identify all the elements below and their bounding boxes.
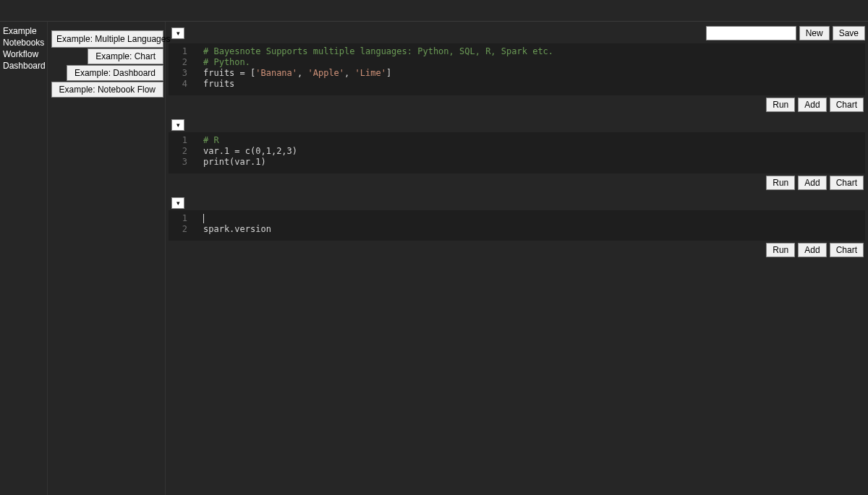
code-cell: ▾123# Rvar.1 = c(0,1,2,3)print(var.1)Run… — [169, 118, 865, 190]
code-cell: 1234# Bayesnote Supports multiple langua… — [169, 43, 865, 112]
code-editor[interactable]: 12spark.version — [169, 210, 865, 241]
cell-header: ▾ — [169, 196, 865, 210]
run-button[interactable]: Run — [766, 243, 795, 257]
line-gutter: 12 — [169, 213, 196, 235]
example-multiple-languages-button[interactable]: Example: Multiple Languages — [51, 30, 163, 48]
cell-1-language-dropdown[interactable]: ▾ — [171, 27, 184, 39]
example-chart-button[interactable]: Example: Chart — [88, 48, 163, 64]
notebook-toolbar: New Save — [706, 26, 865, 40]
add-button[interactable]: Add — [798, 98, 826, 112]
cell-language-dropdown[interactable]: ▾ — [171, 197, 184, 209]
sidebar-item-example[interactable]: Example — [3, 25, 44, 37]
line-gutter: 1234 — [169, 46, 196, 90]
save-button[interactable]: Save — [833, 26, 865, 40]
run-button[interactable]: Run — [766, 176, 795, 190]
code-content[interactable]: spark.version — [196, 213, 865, 235]
example-notebook-flow-button[interactable]: Example: Notebook Flow — [51, 82, 163, 98]
chart-button[interactable]: Chart — [830, 98, 864, 112]
chart-button[interactable]: Chart — [830, 243, 864, 257]
chevron-down-icon: ▾ — [176, 199, 180, 207]
top-bar — [0, 0, 868, 22]
cell-footer: RunAddChart — [169, 173, 865, 190]
notebook-name-input[interactable] — [706, 26, 796, 40]
add-button[interactable]: Add — [798, 176, 826, 190]
example-dashboard-button[interactable]: Example: Dashboard — [67, 65, 163, 81]
cell-header: ▾ — [169, 118, 865, 132]
sidebar-item-dashboard[interactable]: Dashboard — [3, 60, 44, 72]
sidebar-item-notebooks[interactable]: Notebooks — [3, 37, 44, 48]
sidebar-item-workflow[interactable]: Workflow — [3, 48, 44, 60]
sidebar-primary: Example Notebooks Workflow Dashboard — [0, 22, 48, 495]
code-content[interactable]: # Bayesnote Supports multiple languages:… — [196, 46, 865, 90]
text-cursor — [203, 214, 204, 223]
main-area: ▾ New Save 1234# Bayesnote Supports mult… — [166, 22, 868, 495]
run-button[interactable]: Run — [766, 98, 795, 112]
code-editor[interactable]: 123# Rvar.1 = c(0,1,2,3)print(var.1) — [169, 132, 865, 173]
line-gutter: 123 — [169, 135, 196, 168]
cell-footer: RunAddChart — [169, 241, 865, 257]
chevron-down-icon: ▾ — [176, 121, 180, 129]
chart-button[interactable]: Chart — [830, 176, 864, 190]
code-editor[interactable]: 1234# Bayesnote Supports multiple langua… — [169, 43, 865, 95]
add-button[interactable]: Add — [798, 243, 826, 257]
cell-footer: RunAddChart — [169, 95, 865, 112]
sidebar-examples: Example: Multiple Languages Example: Cha… — [48, 22, 166, 495]
cell-language-dropdown[interactable]: ▾ — [171, 119, 184, 131]
code-content[interactable]: # Rvar.1 = c(0,1,2,3)print(var.1) — [196, 135, 865, 168]
new-button[interactable]: New — [799, 26, 830, 40]
code-cell: ▾12spark.versionRunAddChart — [169, 196, 865, 257]
chevron-down-icon: ▾ — [176, 30, 180, 37]
